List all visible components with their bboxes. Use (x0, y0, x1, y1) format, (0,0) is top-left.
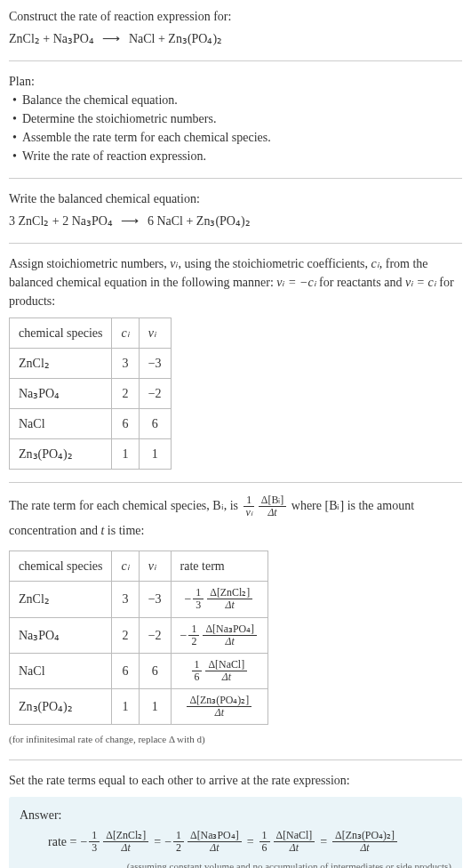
divider (9, 760, 462, 760)
rate-term-cell: Δ[Zn₃(PO₄)₂]Δt (171, 688, 268, 724)
rate-term-block: The rate term for each chemical species,… (9, 494, 462, 747)
table-header: chemical species (10, 318, 112, 349)
divider (9, 482, 462, 483)
divider (9, 243, 462, 244)
table-header-row: chemical species cᵢ νᵢ (10, 318, 172, 349)
equation-lhs: ZnCl₂ + Na₃PO₄ (9, 32, 94, 45)
table-header: cᵢ (112, 551, 139, 582)
plan-item: Assemble the rate term for each chemical… (12, 128, 462, 147)
table-row: Na₃PO₄ 2 −2 (10, 379, 172, 409)
table-header: rate term (171, 551, 268, 582)
final-block: Set the rate terms equal to each other t… (9, 771, 462, 868)
equation-rhs: NaCl + Zn₃(PO₄)₂ (129, 32, 222, 45)
stoich-text: Assign stoichiometric numbers, νᵢ, using… (9, 254, 462, 310)
stoich-table: chemical species cᵢ νᵢ ZnCl₂ 3 −3 Na₃PO₄… (9, 317, 172, 470)
stoich-block: Assign stoichiometric numbers, νᵢ, using… (9, 254, 462, 470)
equation-rhs: 6 NaCl + Zn₃(PO₄)₂ (148, 214, 251, 228)
answer-box: Answer: rate = − 13 Δ[ZnCl₂]Δt = − 12 Δ[… (9, 797, 462, 868)
balanced-title: Write the balanced chemical equation: (9, 189, 462, 208)
rate-term-cell: 16 Δ[NaCl]Δt (171, 653, 268, 688)
divider (9, 60, 462, 61)
rate-expression: rate = − 13 Δ[ZnCl₂]Δt = − 12 Δ[Na₃PO₄]Δ… (20, 830, 451, 854)
plan-block: Plan: Balance the chemical equation. Det… (9, 72, 462, 165)
balanced-equation: 3 ZnCl₂ + 2 Na₃PO₄ ⟶ 6 NaCl + Zn₃(PO₄)₂ (9, 212, 462, 230)
table-row: Zn₃(PO₄)₂ 1 1 (10, 439, 172, 470)
question-title: Construct the rate of reaction expressio… (9, 7, 462, 26)
balanced-block: Write the balanced chemical equation: 3 … (9, 189, 462, 230)
table-header: νᵢ (139, 318, 171, 349)
table-note: (for infinitesimal rate of change, repla… (9, 732, 462, 747)
table-row: ZnCl₂ 3 −3 − 13 Δ[ZnCl₂]Δt (10, 582, 268, 617)
answer-label: Answer: (20, 806, 451, 824)
equation-lhs: 3 ZnCl₂ + 2 Na₃PO₄ (9, 214, 113, 228)
rate-term-table: chemical species cᵢ νᵢ rate term ZnCl₂ 3… (9, 551, 268, 725)
table-header: νᵢ (139, 551, 171, 582)
plan-item: Balance the chemical equation. (12, 91, 462, 109)
final-title: Set the rate terms equal to each other t… (9, 771, 462, 790)
divider (9, 178, 462, 179)
rate-term-cell: − 13 Δ[ZnCl₂]Δt (171, 582, 268, 617)
table-row: Na₃PO₄ 2 −2 − 12 Δ[Na₃PO₄]Δt (10, 617, 268, 653)
table-header: cᵢ (112, 318, 139, 349)
plan-item: Determine the stoichiometric numbers. (12, 109, 462, 128)
plan-list: Balance the chemical equation. Determine… (9, 91, 462, 165)
reaction-arrow: ⟶ (116, 214, 144, 228)
unbalanced-equation: ZnCl₂ + Na₃PO₄ ⟶ NaCl + Zn₃(PO₄)₂ (9, 29, 462, 48)
answer-note: (assuming constant volume and no accumul… (20, 859, 451, 868)
plan-item: Write the rate of reaction expression. (12, 147, 462, 165)
table-row: NaCl 6 6 16 Δ[NaCl]Δt (10, 653, 268, 688)
table-row: ZnCl₂ 3 −3 (10, 349, 172, 379)
table-header-row: chemical species cᵢ νᵢ rate term (10, 551, 268, 582)
reaction-arrow: ⟶ (97, 32, 125, 45)
table-row: NaCl 6 6 (10, 409, 172, 439)
rate-term-cell: − 12 Δ[Na₃PO₄]Δt (171, 617, 268, 653)
table-header: chemical species (10, 551, 112, 582)
plan-title: Plan: (9, 72, 462, 91)
rate-term-intro: The rate term for each chemical species,… (9, 494, 462, 543)
question-block: Construct the rate of reaction expressio… (9, 7, 462, 48)
table-row: Zn₃(PO₄)₂ 1 1 Δ[Zn₃(PO₄)₂]Δt (10, 688, 268, 724)
rate-term-formula: 1 νᵢ Δ[Bᵢ] Δt (242, 494, 289, 518)
